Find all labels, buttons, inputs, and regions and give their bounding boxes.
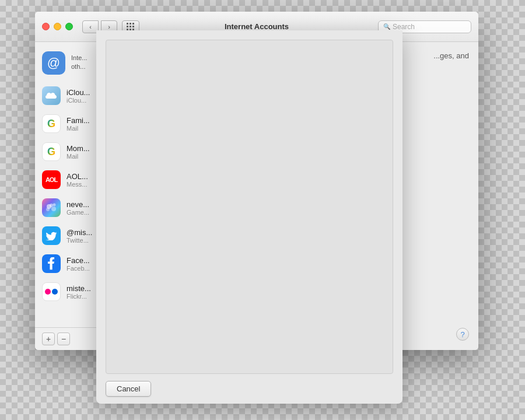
sheet-footer: Cancel (96, 374, 402, 404)
modal-sheet: Cancel (96, 30, 402, 404)
sheet-content-area (106, 40, 393, 374)
sheet-overlay: Cancel (0, 0, 525, 420)
cancel-button[interactable]: Cancel (106, 381, 151, 397)
